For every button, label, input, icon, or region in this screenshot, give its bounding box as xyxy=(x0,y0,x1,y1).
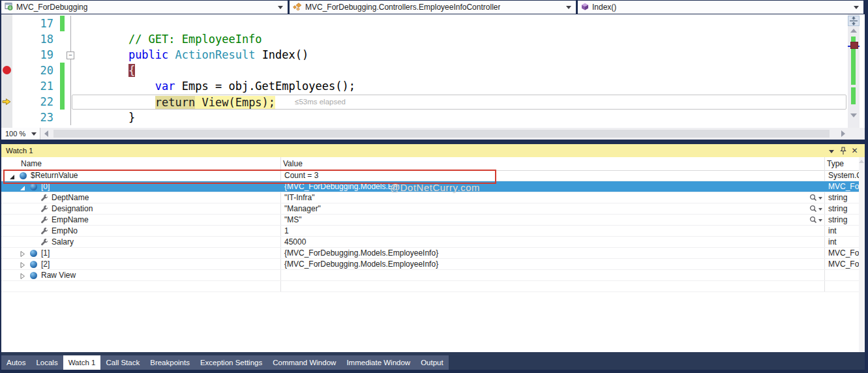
change-tracking-bar xyxy=(60,16,65,31)
watch-row-empty[interactable] xyxy=(1,281,860,292)
line-number: 21 xyxy=(13,78,53,94)
watch-row-deptname[interactable]: DeptName"IT-Infra"string xyxy=(1,192,860,203)
watch-row-1[interactable]: [1]{MVC_ForDebugging.Models.EmployeeInfo… xyxy=(1,248,860,259)
change-tracking-bar xyxy=(60,63,65,78)
code-token xyxy=(75,96,155,109)
code-text: { xyxy=(75,63,135,78)
watch-name-cell[interactable]: EmpNo xyxy=(52,226,278,237)
perf-tip[interactable]: ≤53ms elapsed xyxy=(295,98,346,106)
watch-row-empname[interactable]: EmpName"MS"string xyxy=(1,215,860,226)
vs-debugger-window: MVC_ForDebuggingMVC_ForDebugging.Control… xyxy=(0,0,868,373)
watch-name-cell[interactable]: DeptName xyxy=(52,192,278,203)
watch-row-2[interactable]: [2]{MVC_ForDebugging.Models.EmployeeInfo… xyxy=(1,259,860,270)
pane-divider[interactable] xyxy=(0,140,868,144)
class-icon xyxy=(293,3,302,12)
tab-watch-1[interactable]: Watch 1 xyxy=(63,355,101,370)
code-line-23[interactable]: 23 } xyxy=(1,110,865,125)
line-number: 19 xyxy=(13,47,53,63)
pin-button[interactable] xyxy=(838,146,848,155)
code-line-19[interactable]: 19− public ActionResult Index() xyxy=(1,47,865,63)
watch-value-cell[interactable]: "IT-Infra" xyxy=(284,192,806,203)
watch-name-cell[interactable]: [1] xyxy=(41,248,278,259)
tab-immediate-window[interactable]: Immediate Window xyxy=(341,355,415,370)
watch-value-cell[interactable]: "Manager" xyxy=(284,203,806,215)
watch-value-cell[interactable]: {MVC_ForDebugging.Models.EmployeeInfo} xyxy=(284,259,806,270)
watch-value-cell[interactable]: 1 xyxy=(284,226,806,237)
property-icon xyxy=(40,194,48,203)
column-header-type[interactable]: Type xyxy=(827,157,844,170)
tab-autos[interactable]: Autos xyxy=(1,355,31,370)
project-icon xyxy=(5,3,13,12)
code-line-18[interactable]: 18 // GET: EmployeeInfo xyxy=(1,31,865,47)
code-token xyxy=(168,48,175,61)
window-bottom-border xyxy=(0,370,868,373)
code-editor[interactable]: 1718 // GET: EmployeeInfo19− public Acti… xyxy=(1,14,865,128)
code-token: Emps = obj.GetEmployees(); xyxy=(175,80,355,93)
horizontal-scrollbar-thumb[interactable] xyxy=(53,130,830,138)
code-text: // GET: EmployeeInfo xyxy=(75,31,262,47)
code-token xyxy=(75,48,128,61)
watch-row-empno[interactable]: EmpNo1int xyxy=(1,226,860,237)
code-token: Index() xyxy=(255,48,308,61)
code-token: public xyxy=(128,48,168,61)
scroll-right-icon[interactable] xyxy=(841,130,845,137)
breakpoint-icon[interactable] xyxy=(3,66,11,74)
scroll-up-icon xyxy=(859,160,864,163)
scrollbar-change-mark xyxy=(851,87,856,104)
close-button[interactable]: ✕ xyxy=(850,146,860,155)
watch-value-cell[interactable]: "MS" xyxy=(284,215,806,226)
code-text: public ActionResult Index() xyxy=(75,47,308,63)
watch-row-salary[interactable]: Salary45000int xyxy=(1,237,860,248)
watch-row-rawview[interactable]: Raw View xyxy=(1,270,860,281)
object-icon xyxy=(30,261,37,268)
chevron-down-icon xyxy=(278,6,283,9)
code-line-21[interactable]: 21 var Emps = obj.GetEmployees(); xyxy=(1,78,865,94)
object-icon xyxy=(30,272,37,279)
watch-name-cell[interactable]: Salary xyxy=(52,237,278,248)
code-line-20[interactable]: 20 { xyxy=(1,63,865,78)
watch-type-cell: MVC_Fo xyxy=(828,259,860,270)
nav-dropdown-project[interactable]: MVC_ForDebugging xyxy=(1,1,288,14)
code-text: } xyxy=(75,110,135,125)
zoom-level-dropdown[interactable]: 100 % xyxy=(1,128,40,140)
code-token: return xyxy=(155,96,195,109)
tab-output[interactable]: Output xyxy=(415,355,449,370)
watch-value-cell[interactable]: {MVC_ForDebugging.Models.EmployeeInfo} xyxy=(284,248,806,259)
watch-row-designation[interactable]: Designation"Manager"string xyxy=(1,203,860,215)
collapse-region-icon[interactable]: − xyxy=(67,52,74,59)
watch-name-cell[interactable]: Designation xyxy=(52,203,278,215)
code-line-22[interactable]: 22 return View(Emps);≤53ms elapsed xyxy=(1,94,865,110)
object-icon xyxy=(30,183,37,190)
watch-name-cell[interactable]: Raw View xyxy=(41,270,278,281)
code-line-17[interactable]: 17 xyxy=(1,16,865,31)
chevron-down-icon xyxy=(566,6,571,9)
watch-type-cell: int xyxy=(828,237,860,248)
tab-locals[interactable]: Locals xyxy=(31,355,63,370)
scroll-left-icon[interactable] xyxy=(44,130,48,137)
watch-value-cell[interactable]: 45000 xyxy=(284,237,806,248)
tab-call-stack[interactable]: Call Stack xyxy=(100,355,145,370)
column-header-name[interactable]: Name xyxy=(21,157,42,170)
watch-vertical-scrollbar[interactable] xyxy=(859,157,865,352)
editor-vertical-scrollbar[interactable] xyxy=(848,14,860,128)
nav-dropdown-label: Index() xyxy=(592,3,616,12)
watch-grid[interactable]: Name Value Type $ReturnValueCount = 3Sys… xyxy=(1,157,865,352)
column-header-value[interactable]: Value xyxy=(283,157,303,170)
chevron-down-icon xyxy=(829,150,834,153)
nav-dropdown-type[interactable]: MVC_ForDebugging.Controllers.EmployeeInf… xyxy=(290,1,576,14)
watch-name-cell[interactable]: EmpName xyxy=(52,215,278,226)
watch-window-titlebar[interactable]: Watch 1 ✕ xyxy=(1,144,865,157)
close-icon: ✕ xyxy=(851,146,858,155)
editor-splitter-handle[interactable] xyxy=(848,16,860,26)
window-position-menu-button[interactable] xyxy=(826,146,836,155)
scroll-up-icon[interactable] xyxy=(850,29,857,33)
property-icon xyxy=(40,205,48,215)
nav-dropdown-label: MVC_ForDebugging xyxy=(16,3,87,12)
tab-breakpoints[interactable]: Breakpoints xyxy=(145,355,195,370)
nav-dropdown-member[interactable]: Index() xyxy=(578,1,863,14)
scroll-down-icon[interactable] xyxy=(850,113,857,117)
watch-name-cell[interactable]: [2] xyxy=(41,259,278,270)
tab-command-window[interactable]: Command Window xyxy=(267,355,341,370)
code-token xyxy=(75,80,155,93)
tab-exception-settings[interactable]: Exception Settings xyxy=(195,355,267,370)
